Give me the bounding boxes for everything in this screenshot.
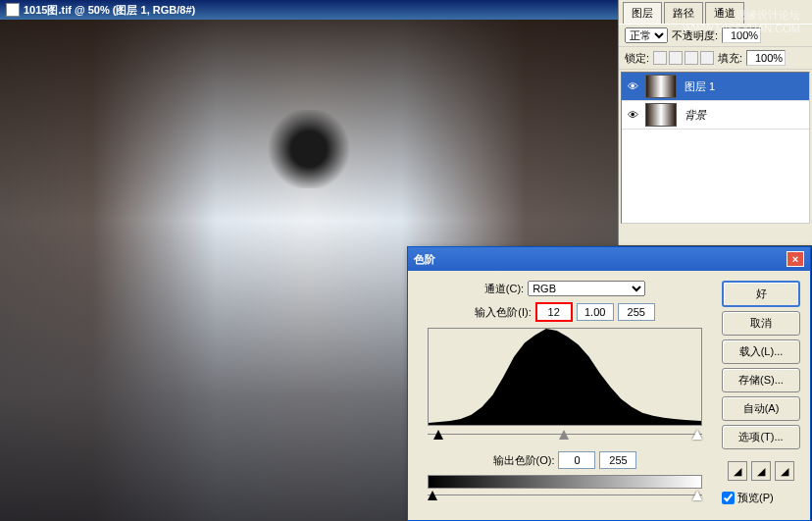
output-white-field[interactable] (599, 451, 636, 469)
input-white-field[interactable] (618, 303, 655, 321)
gray-eyedropper-icon[interactable]: ◢ (751, 461, 771, 481)
layer-list: 👁 图层 1 👁 背景 (621, 72, 810, 224)
layers-panel: 图层 路径 通道 正常 不透明度: 锁定: 填充: 👁 图层 1 👁 背景 (618, 0, 812, 245)
cancel-button[interactable]: 取消 (722, 311, 800, 336)
preview-checkbox[interactable] (722, 492, 735, 504)
tab-layers[interactable]: 图层 (623, 2, 662, 24)
lock-transparency-icon[interactable] (653, 51, 667, 65)
input-slider[interactable] (428, 430, 702, 443)
document-icon (6, 3, 20, 17)
layer-item[interactable]: 👁 图层 1 (622, 73, 809, 101)
gamma-slider[interactable] (559, 430, 569, 440)
layer-name[interactable]: 图层 1 (681, 79, 807, 94)
histogram (428, 328, 702, 426)
output-gradient (428, 475, 702, 489)
layer-item[interactable]: 👁 背景 (622, 101, 809, 130)
output-slider[interactable] (428, 491, 702, 504)
input-black-field[interactable] (535, 302, 573, 322)
output-levels-label: 输出色阶(O): (493, 453, 555, 468)
output-white-slider[interactable] (692, 491, 702, 500)
blend-mode-select[interactable]: 正常 (625, 27, 668, 43)
load-button[interactable]: 载入(L)... (722, 339, 800, 364)
visibility-icon[interactable]: 👁 (624, 106, 641, 124)
save-button[interactable]: 存储(S)... (722, 368, 800, 392)
output-black-slider[interactable] (428, 491, 437, 500)
black-point-slider[interactable] (433, 430, 443, 440)
close-icon[interactable]: × (787, 251, 804, 267)
channel-select[interactable]: RGB (528, 281, 645, 296)
lock-label: 锁定: (625, 51, 649, 66)
input-levels-label: 输入色阶(I): (475, 305, 531, 320)
white-point-slider[interactable] (692, 430, 702, 440)
channel-label: 通道(C): (484, 282, 524, 296)
levels-dialog: 色阶 × 通道(C): RGB 输入色阶(I): (407, 246, 811, 521)
layer-thumbnail[interactable] (645, 103, 677, 127)
dialog-title: 色阶 (414, 252, 435, 267)
black-eyedropper-icon[interactable]: ◢ (728, 461, 747, 481)
layer-name[interactable]: 背景 (681, 108, 807, 123)
layer-thumbnail[interactable] (645, 75, 677, 98)
window-title: 1015图.tif @ 50% (图层 1, RGB/8#) (24, 3, 195, 18)
image-content (265, 110, 353, 188)
fill-input[interactable] (746, 50, 786, 66)
fill-label: 填充: (718, 51, 742, 66)
options-button[interactable]: 选项(T)... (722, 425, 800, 449)
auto-button[interactable]: 自动(A) (722, 396, 800, 421)
ok-button[interactable]: 好 (722, 281, 800, 307)
watermark: 思缘设计论坛 WWW.MISSYUAN.COM (683, 8, 800, 34)
preview-checkbox-label[interactable]: 预览(P) (722, 491, 800, 505)
lock-image-icon[interactable] (669, 51, 683, 65)
lock-all-icon[interactable] (700, 51, 714, 65)
lock-position-icon[interactable] (685, 51, 698, 65)
output-black-field[interactable] (558, 451, 595, 469)
white-eyedropper-icon[interactable]: ◢ (775, 461, 794, 481)
visibility-icon[interactable]: 👁 (624, 78, 641, 95)
input-gamma-field[interactable] (577, 303, 614, 321)
